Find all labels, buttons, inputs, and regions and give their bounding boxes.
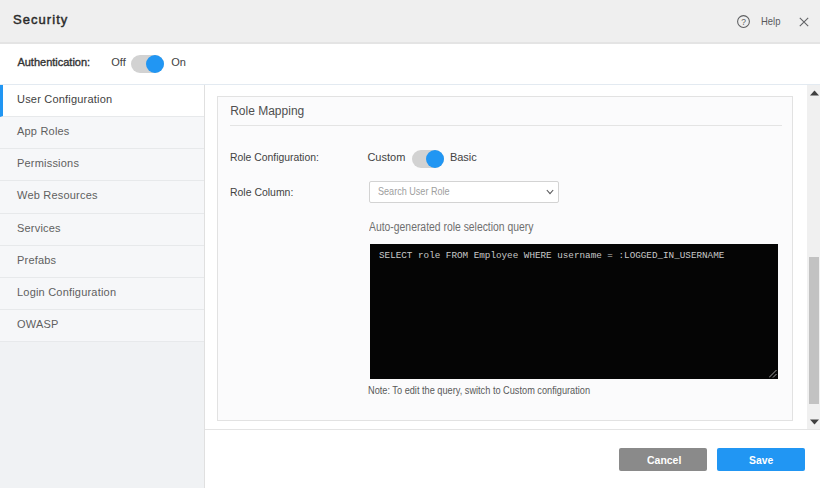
svg-text:?: ? bbox=[741, 16, 746, 26]
